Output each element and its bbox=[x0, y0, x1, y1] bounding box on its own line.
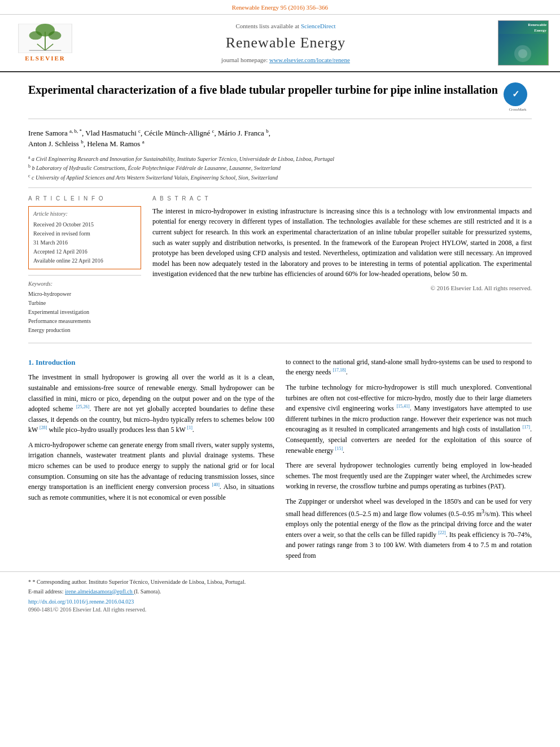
journal-citation-bar: Renewable Energy 95 (2016) 356–366 bbox=[0, 0, 560, 15]
journal-cover-image: RenewableEnergy bbox=[498, 20, 549, 65]
main-content: Experimental characterization of a five … bbox=[0, 72, 560, 565]
article-info-abstract-section: A R T I C L E I N F O Article history: R… bbox=[28, 195, 532, 343]
body-left-column: 1. Introduction The investment in small … bbox=[28, 357, 274, 566]
body-para-6: The Zuppinger or undershot wheel was dev… bbox=[286, 496, 532, 561]
svg-point-3 bbox=[29, 31, 42, 40]
keyword-1: Micro-hydropower bbox=[28, 290, 141, 299]
affiliation-b: b b Laboratory of Hydraulic Construction… bbox=[28, 163, 532, 172]
journal-cover-area: RenewableEnergy bbox=[492, 20, 549, 65]
crossmark-badge: ✓ bbox=[504, 82, 527, 106]
body-para-4: The turbine technology for micro-hydropo… bbox=[286, 382, 532, 456]
keywords-label: Keywords: bbox=[28, 280, 141, 288]
journal-homepage-link[interactable]: www.elsevier.com/locate/renene bbox=[269, 56, 350, 63]
page: Renewable Energy 95 (2016) 356–366 ELSEV… bbox=[0, 0, 560, 747]
body-para-2: A micro-hydropower scheme can generate e… bbox=[28, 440, 274, 503]
crossmark-area: ✓ CrossMark bbox=[504, 82, 532, 113]
keywords-section: Keywords: Micro-hydropower Turbine Exper… bbox=[28, 280, 141, 335]
section-1-heading: 1. Introduction bbox=[28, 357, 274, 368]
science-direct-link[interactable]: ScienceDirect bbox=[301, 23, 336, 29]
email-label: E-mail address: bbox=[28, 588, 63, 595]
body-para-3: to connect to the national grid, stand-a… bbox=[286, 357, 532, 378]
page-footer: * * Corresponding author. Instituto Supe… bbox=[0, 571, 560, 619]
abstract-column: A B S T R A C T The interest in micro-hy… bbox=[152, 195, 532, 335]
crossmark-label: CrossMark bbox=[504, 107, 532, 113]
keyword-2: Turbine bbox=[28, 299, 141, 308]
revised-label: Received in revised form bbox=[33, 229, 136, 238]
body-para-1: The investment in small hydropower is gr… bbox=[28, 372, 274, 435]
author-helena: Helena M. Ramos a bbox=[87, 139, 144, 148]
body-right-column: to connect to the national grid, stand-a… bbox=[286, 357, 532, 566]
elsevier-tree-icon bbox=[17, 24, 73, 53]
journal-citation-text: Renewable Energy 95 (2016) 356–366 bbox=[232, 4, 328, 11]
contents-line: Contents lists available at ScienceDirec… bbox=[85, 22, 487, 30]
online-date: Available online 22 April 2016 bbox=[33, 256, 136, 265]
keyword-3: Experimental investigation bbox=[28, 308, 141, 317]
keyword-4: Performance measurements bbox=[28, 317, 141, 326]
author-cecile: Cécile Münch-Alligné c, bbox=[145, 129, 218, 137]
abstract-text: The interest in micro-hydropower in exis… bbox=[152, 206, 532, 279]
author-anton: Anton J. Schleiss b, bbox=[28, 139, 87, 148]
author-mario: Mário J. Franca b, bbox=[218, 129, 270, 137]
authors-section: Irene Samora a, b, *, Vlad Hasmatuchi c,… bbox=[28, 127, 532, 150]
article-history-box: Article history: Received 20 October 201… bbox=[28, 206, 141, 269]
revised-date: 31 March 2016 bbox=[33, 238, 136, 247]
doi-link[interactable]: http://dx.doi.org/10.1016/j.renene.2016.… bbox=[28, 598, 532, 606]
article-info-header: A R T I C L E I N F O bbox=[28, 195, 141, 203]
journal-homepage: journal homepage: www.elsevier.com/locat… bbox=[85, 56, 487, 64]
body-para-5: There are several hydropower technologie… bbox=[286, 460, 532, 492]
footnote-email-line: E-mail address: irene.almeidasamora@epfl… bbox=[28, 587, 532, 596]
keyword-5: Energy production bbox=[28, 326, 141, 335]
journal-header: ELSEVIER Contents lists available at Sci… bbox=[0, 15, 560, 72]
elsevier-wordmark: ELSEVIER bbox=[25, 54, 65, 63]
svg-point-4 bbox=[49, 31, 62, 40]
cover-journal-title: RenewableEnergy bbox=[528, 23, 546, 34]
email-note: (I. Samora). bbox=[134, 588, 161, 595]
svg-point-10 bbox=[518, 49, 527, 58]
issn-text: 0960-1481/© 2016 Elsevier Ltd. All right… bbox=[28, 606, 532, 614]
crossmark-icon: ✓ bbox=[512, 88, 519, 101]
journal-title: Renewable Energy bbox=[85, 33, 487, 53]
abstract-header: A B S T R A C T bbox=[152, 195, 532, 203]
info-divider bbox=[28, 275, 141, 276]
abstract-copyright: © 2016 Elsevier Ltd. All rights reserved… bbox=[152, 284, 532, 292]
cover-art-icon bbox=[498, 34, 547, 65]
body-columns: 1. Introduction The investment in small … bbox=[28, 351, 532, 566]
affiliation-a: a a Civil Engineering Research and Innov… bbox=[28, 154, 532, 163]
elsevier-logo-area: ELSEVIER bbox=[11, 24, 79, 63]
author-irene: Irene Samora a, b, *, bbox=[28, 129, 85, 137]
accepted-date: Accepted 12 April 2016 bbox=[33, 247, 136, 256]
author-vlad: Vlad Hasmatuchi c, bbox=[85, 129, 144, 137]
email-link[interactable]: irene.almeidasamora@epfl.ch bbox=[65, 588, 134, 595]
journal-header-center: Contents lists available at ScienceDirec… bbox=[85, 22, 487, 64]
footnote-star: * * Corresponding author. Instituto Supe… bbox=[28, 578, 532, 586]
history-label: Article history: bbox=[33, 210, 136, 218]
article-title: Experimental characterization of a five … bbox=[28, 82, 498, 98]
received-date: Received 20 October 2015 bbox=[33, 220, 136, 229]
article-info-column: A R T I C L E I N F O Article history: R… bbox=[28, 195, 141, 335]
affiliations-section: a a Civil Engineering Research and Innov… bbox=[28, 154, 532, 188]
affiliation-c: c c University of Applied Sciences and A… bbox=[28, 173, 532, 182]
article-title-section: Experimental characterization of a five … bbox=[28, 82, 532, 119]
